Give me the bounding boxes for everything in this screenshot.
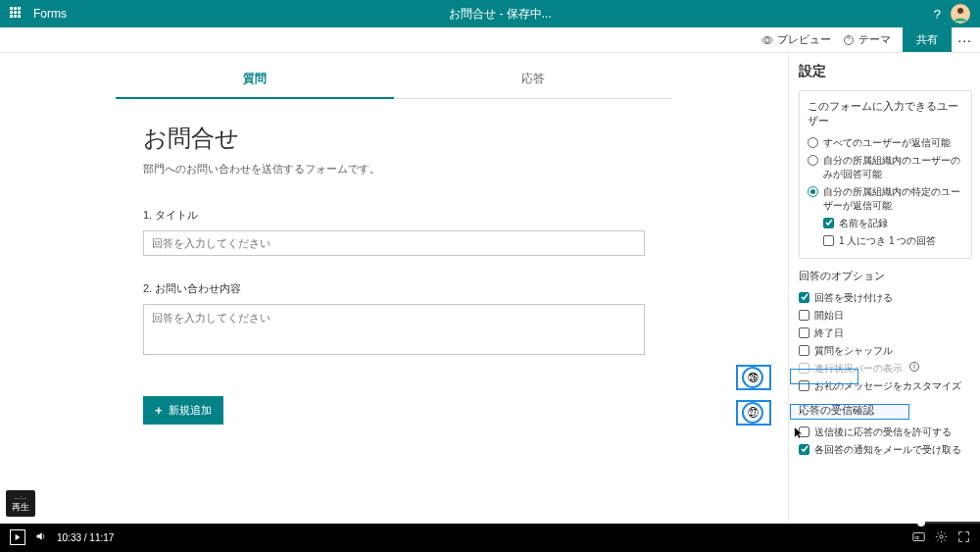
shuffle-label: 質問をシャッフル bbox=[814, 344, 893, 358]
action-bar: プレビュー テーマ 共有 ··· bbox=[0, 27, 980, 53]
check-shuffle[interactable]: 質問をシャッフル bbox=[799, 342, 972, 360]
thank-you-label: お礼のメッセージをカスタマイズ bbox=[814, 379, 961, 393]
start-date-label: 開始日 bbox=[814, 309, 844, 323]
replay-badge: --:-- 再生 bbox=[6, 490, 35, 517]
tab-questions[interactable]: 質問 bbox=[116, 61, 394, 99]
checkbox-icon bbox=[799, 345, 809, 356]
question-1-input[interactable] bbox=[143, 230, 645, 256]
share-button[interactable]: 共有 bbox=[903, 27, 952, 52]
check-one-response[interactable]: 1 人につき 1 つの回答 bbox=[808, 232, 963, 250]
check-end-date[interactable]: 終了日 bbox=[799, 325, 972, 342]
checkbox-icon bbox=[823, 235, 834, 246]
form-card: 質問 応答 お問合せ 部門へのお問い合わせを送信するフォームです。 1. タイト… bbox=[116, 61, 672, 523]
seek-handle-icon[interactable] bbox=[917, 519, 925, 527]
radio-anyone[interactable]: すべてのユーザーが返信可能 bbox=[808, 134, 963, 152]
radio-icon bbox=[808, 137, 818, 148]
checkbox-icon bbox=[799, 327, 809, 338]
add-question-label: 新規追加 bbox=[169, 403, 212, 418]
tab-responses[interactable]: 応答 bbox=[394, 61, 672, 99]
question-1-label: 1. タイトル bbox=[143, 208, 645, 223]
radio-icon bbox=[808, 186, 818, 197]
page-title[interactable]: お問合せ bbox=[143, 123, 645, 154]
radio-icon bbox=[808, 155, 818, 166]
waffle-icon[interactable] bbox=[10, 7, 24, 21]
volume-icon[interactable] bbox=[35, 530, 47, 544]
section-response-options: 回答のオプション 回答を受け付ける 開始日 終了日 質問をシャッフル bbox=[799, 267, 972, 461]
check-thank-you[interactable]: お礼のメッセージをカスタマイズ bbox=[799, 377, 972, 395]
main-canvas: 質問 応答 お問合せ 部門へのお問い合わせを送信するフォームです。 1. タイト… bbox=[0, 53, 788, 523]
progress-label: 進行状況バーの表示 bbox=[814, 362, 903, 376]
who-can-fill-title: このフォームに入力できるユーザー bbox=[808, 99, 963, 128]
theme-label: テーマ bbox=[858, 32, 891, 47]
preview-button[interactable]: プレビュー bbox=[761, 32, 831, 47]
callout-26-number: ㉖ bbox=[742, 367, 763, 388]
cc-icon[interactable]: cc bbox=[912, 530, 925, 545]
eye-icon bbox=[761, 34, 773, 46]
palette-icon bbox=[843, 34, 855, 46]
plus-icon: + bbox=[155, 403, 163, 418]
question-2: 2. お問い合わせ内容 bbox=[143, 281, 645, 359]
avatar[interactable] bbox=[951, 4, 970, 24]
check-accept[interactable]: 回答を受け付ける bbox=[799, 289, 972, 307]
svg-point-0 bbox=[957, 8, 963, 14]
checkbox-icon bbox=[799, 380, 809, 391]
fullscreen-icon[interactable] bbox=[957, 530, 970, 545]
help-icon[interactable]: ? bbox=[934, 7, 941, 22]
radio-specific-label: 自分の所属組織内の特定のユーザーが返信可能 bbox=[823, 185, 963, 213]
section-who-can-fill: このフォームに入力できるユーザー すべてのユーザーが返信可能 自分の所属組織内の… bbox=[799, 90, 972, 259]
checkbox-icon bbox=[799, 310, 809, 321]
time-display: 10:33 / 11:17 bbox=[57, 532, 114, 543]
preview-label: プレビュー bbox=[777, 32, 831, 47]
callout-27-number: ㉗ bbox=[742, 402, 763, 424]
checkbox-icon bbox=[799, 292, 809, 303]
add-question-button[interactable]: + 新規追加 bbox=[143, 396, 223, 425]
settings-pane: 設定 このフォームに入力できるユーザー すべてのユーザーが返信可能 自分の所属組… bbox=[788, 53, 980, 523]
email-each-label: 各回答の通知をメールで受け取る bbox=[814, 443, 961, 457]
checkbox-icon bbox=[799, 363, 809, 374]
check-email-each[interactable]: 各回答の通知をメールで受け取る bbox=[799, 441, 972, 459]
end-date-label: 終了日 bbox=[814, 326, 844, 340]
more-button[interactable]: ··· bbox=[957, 32, 972, 48]
question-1: 1. タイトル bbox=[143, 208, 645, 256]
record-name-label: 名前を記録 bbox=[839, 217, 888, 230]
one-response-label: 1 人につき 1 つの回答 bbox=[839, 234, 936, 248]
video-control-bar: 10:33 / 11:17 cc bbox=[0, 523, 980, 552]
settings-gear-icon[interactable] bbox=[935, 530, 948, 545]
allow-receipt-label: 送信後に応答の受信を許可する bbox=[814, 426, 952, 439]
callout-27: ㉗ bbox=[736, 400, 771, 426]
check-allow-receipt[interactable]: 送信後に応答の受信を許可する bbox=[799, 424, 972, 441]
question-2-input[interactable] bbox=[143, 304, 645, 355]
form-title-status: お問合せ - 保存中... bbox=[67, 6, 934, 23]
checkbox-icon bbox=[799, 444, 809, 455]
app-name[interactable]: Forms bbox=[33, 7, 67, 21]
seek-bar[interactable] bbox=[0, 522, 980, 524]
check-start-date[interactable]: 開始日 bbox=[799, 307, 972, 325]
callout-26: ㉖ bbox=[736, 365, 771, 390]
check-progress: 進行状況バーの表示 i bbox=[799, 360, 972, 377]
radio-org-label: 自分の所属組織内のユーザーのみが回答可能 bbox=[823, 154, 963, 181]
svg-point-4 bbox=[940, 534, 943, 537]
checkbox-icon bbox=[799, 427, 809, 437]
radio-org[interactable]: 自分の所属組織内のユーザーのみが回答可能 bbox=[808, 152, 963, 183]
info-icon[interactable]: i bbox=[909, 362, 919, 372]
play-button[interactable] bbox=[10, 529, 25, 545]
app-header: Forms お問合せ - 保存中... ? bbox=[0, 0, 980, 27]
radio-specific[interactable]: 自分の所属組織内の特定のユーザーが返信可能 bbox=[808, 183, 963, 215]
checkbox-icon bbox=[823, 218, 834, 228]
receipt-section-title: 応答の受信確認 bbox=[799, 403, 972, 418]
form-description[interactable]: 部門へのお問い合わせを送信するフォームです。 bbox=[143, 162, 645, 176]
response-options-title: 回答のオプション bbox=[799, 269, 972, 283]
check-record-name[interactable]: 名前を記録 bbox=[808, 215, 963, 232]
svg-text:cc: cc bbox=[914, 534, 919, 539]
settings-title: 設定 bbox=[799, 63, 972, 80]
radio-anyone-label: すべてのユーザーが返信可能 bbox=[823, 136, 951, 150]
question-2-label: 2. お問い合わせ内容 bbox=[143, 281, 645, 296]
theme-button[interactable]: テーマ bbox=[843, 32, 891, 47]
accept-label: 回答を受け付ける bbox=[814, 291, 893, 305]
